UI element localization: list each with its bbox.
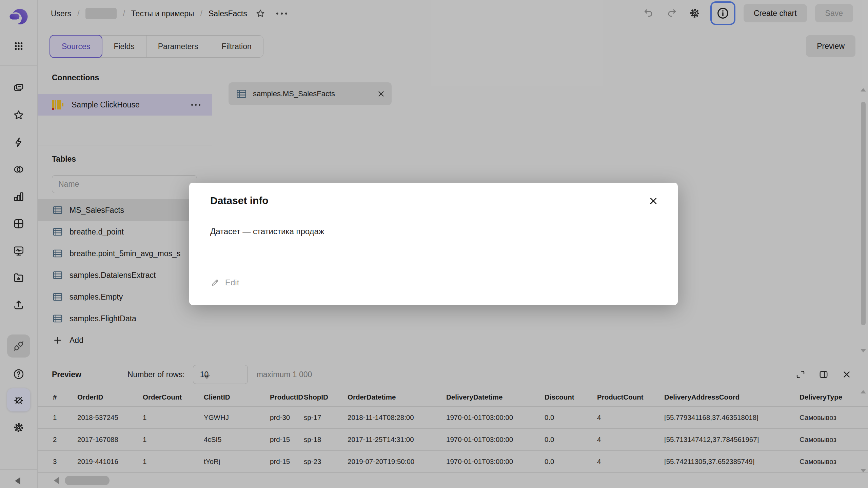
edit-label: Edit <box>225 278 239 287</box>
edit-description-button[interactable]: Edit <box>210 278 239 287</box>
datalens-dataset-editor: Users / / Тесты и примеры / SalesFacts <box>0 0 868 488</box>
dataset-info-dialog: Dataset info Датасет — статистика продаж… <box>189 183 678 305</box>
dialog-title: Dataset info <box>210 195 269 206</box>
dataset-description: Датасет — статистика продаж <box>210 227 324 236</box>
dialog-close-icon[interactable] <box>648 196 659 206</box>
